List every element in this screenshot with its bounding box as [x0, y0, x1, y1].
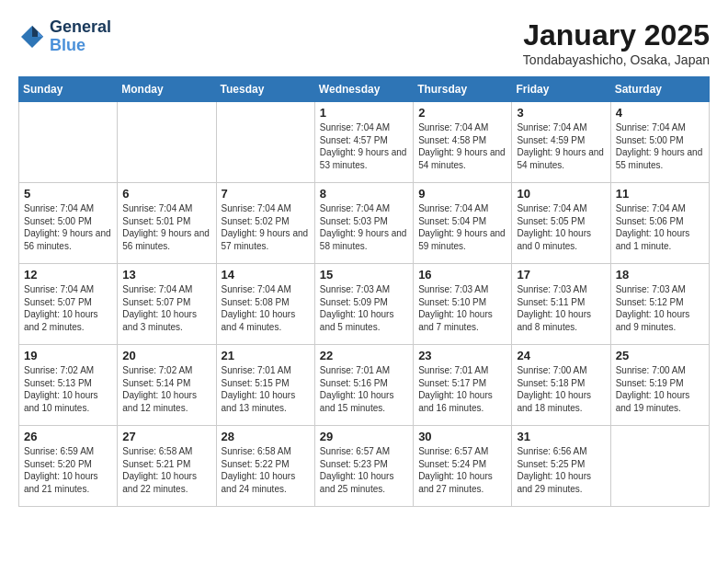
- day-number: 8: [320, 187, 408, 201]
- day-info: Sunrise: 7:04 AM Sunset: 5:04 PM Dayligh…: [418, 202, 506, 252]
- day-info: Sunrise: 7:04 AM Sunset: 5:08 PM Dayligh…: [222, 283, 310, 333]
- day-info: Sunrise: 6:58 AM Sunset: 5:22 PM Dayligh…: [222, 445, 310, 495]
- day-info: Sunrise: 7:04 AM Sunset: 4:58 PM Dayligh…: [418, 121, 506, 171]
- calendar-cell: 29Sunrise: 6:57 AM Sunset: 5:23 PM Dayli…: [314, 426, 413, 507]
- calendar-cell: 12Sunrise: 7:04 AM Sunset: 5:07 PM Dayli…: [19, 264, 118, 345]
- day-info: Sunrise: 7:02 AM Sunset: 5:13 PM Dayligh…: [24, 364, 112, 414]
- day-number: 31: [517, 430, 605, 443]
- day-info: Sunrise: 7:03 AM Sunset: 5:09 PM Dayligh…: [320, 283, 408, 333]
- calendar-cell: [19, 102, 118, 183]
- calendar-cell: 10Sunrise: 7:04 AM Sunset: 5:05 PM Dayli…: [512, 183, 610, 264]
- day-info: Sunrise: 7:03 AM Sunset: 5:10 PM Dayligh…: [418, 283, 506, 333]
- day-info: Sunrise: 7:02 AM Sunset: 5:14 PM Dayligh…: [122, 364, 210, 414]
- calendar-cell: 25Sunrise: 7:00 AM Sunset: 5:19 PM Dayli…: [610, 345, 709, 426]
- day-info: Sunrise: 7:00 AM Sunset: 5:19 PM Dayligh…: [616, 364, 704, 414]
- calendar-cell: 17Sunrise: 7:03 AM Sunset: 5:11 PM Dayli…: [512, 264, 610, 345]
- day-info: Sunrise: 7:01 AM Sunset: 5:16 PM Dayligh…: [320, 364, 408, 414]
- day-number: 9: [418, 187, 506, 201]
- calendar-cell: 5Sunrise: 7:04 AM Sunset: 5:00 PM Daylig…: [19, 183, 118, 264]
- weekday-header-monday: Monday: [118, 77, 216, 102]
- calendar-cell: 8Sunrise: 7:04 AM Sunset: 5:03 PM Daylig…: [314, 183, 413, 264]
- weekday-header-wednesday: Wednesday: [314, 77, 413, 102]
- calendar-table: SundayMondayTuesdayWednesdayThursdayFrid…: [18, 76, 710, 507]
- weekday-header-saturday: Saturday: [610, 77, 709, 102]
- calendar-cell: 28Sunrise: 6:58 AM Sunset: 5:22 PM Dayli…: [216, 426, 314, 507]
- day-number: 17: [517, 268, 605, 282]
- day-number: 5: [24, 187, 112, 201]
- calendar-cell: 11Sunrise: 7:04 AM Sunset: 5:06 PM Dayli…: [610, 183, 709, 264]
- calendar-cell: 16Sunrise: 7:03 AM Sunset: 5:10 PM Dayli…: [414, 264, 512, 345]
- day-number: 11: [616, 187, 704, 201]
- calendar-cell: 14Sunrise: 7:04 AM Sunset: 5:08 PM Dayli…: [216, 264, 314, 345]
- day-info: Sunrise: 7:04 AM Sunset: 5:01 PM Dayligh…: [122, 202, 210, 252]
- weekday-header-row: SundayMondayTuesdayWednesdayThursdayFrid…: [19, 77, 710, 102]
- day-number: 24: [517, 349, 605, 362]
- day-info: Sunrise: 7:04 AM Sunset: 5:07 PM Dayligh…: [24, 283, 112, 333]
- calendar-cell: 27Sunrise: 6:58 AM Sunset: 5:21 PM Dayli…: [118, 426, 216, 507]
- day-number: 16: [418, 268, 506, 282]
- day-number: 14: [222, 268, 310, 282]
- logo: General Blue: [18, 18, 111, 55]
- day-number: 7: [222, 187, 310, 201]
- logo-blue: Blue: [50, 37, 111, 55]
- day-info: Sunrise: 7:04 AM Sunset: 5:06 PM Dayligh…: [616, 202, 704, 252]
- calendar-cell: 24Sunrise: 7:00 AM Sunset: 5:18 PM Dayli…: [512, 345, 610, 426]
- day-info: Sunrise: 7:04 AM Sunset: 4:57 PM Dayligh…: [320, 121, 408, 171]
- day-number: 4: [616, 106, 704, 120]
- day-number: 19: [24, 349, 112, 362]
- calendar-cell: 26Sunrise: 6:59 AM Sunset: 5:20 PM Dayli…: [19, 426, 118, 507]
- day-number: 1: [320, 106, 408, 120]
- day-info: Sunrise: 7:04 AM Sunset: 5:00 PM Dayligh…: [616, 121, 704, 171]
- weekday-header-thursday: Thursday: [414, 77, 512, 102]
- day-number: 27: [122, 430, 210, 443]
- day-info: Sunrise: 6:56 AM Sunset: 5:25 PM Dayligh…: [517, 445, 605, 495]
- day-number: 15: [320, 268, 408, 282]
- day-number: 2: [418, 106, 506, 120]
- calendar-cell: 2Sunrise: 7:04 AM Sunset: 4:58 PM Daylig…: [414, 102, 512, 183]
- logo-icon: [18, 23, 46, 51]
- day-info: Sunrise: 6:59 AM Sunset: 5:20 PM Dayligh…: [24, 445, 112, 495]
- calendar-cell: 9Sunrise: 7:04 AM Sunset: 5:04 PM Daylig…: [414, 183, 512, 264]
- day-info: Sunrise: 7:03 AM Sunset: 5:12 PM Dayligh…: [616, 283, 704, 333]
- location: Tondabayashicho, Osaka, Japan: [523, 52, 710, 67]
- day-number: 20: [122, 349, 210, 362]
- page-header: General Blue January 2025 Tondabayashich…: [18, 18, 710, 67]
- calendar-cell: 31Sunrise: 6:56 AM Sunset: 5:25 PM Dayli…: [512, 426, 610, 507]
- calendar-cell: 18Sunrise: 7:03 AM Sunset: 5:12 PM Dayli…: [610, 264, 709, 345]
- week-row-3: 12Sunrise: 7:04 AM Sunset: 5:07 PM Dayli…: [19, 264, 710, 345]
- week-row-2: 5Sunrise: 7:04 AM Sunset: 5:00 PM Daylig…: [19, 183, 710, 264]
- day-info: Sunrise: 7:04 AM Sunset: 4:59 PM Dayligh…: [517, 121, 605, 171]
- day-info: Sunrise: 7:04 AM Sunset: 5:00 PM Dayligh…: [24, 202, 112, 252]
- day-number: 23: [418, 349, 506, 362]
- weekday-header-sunday: Sunday: [19, 77, 118, 102]
- calendar-cell: 20Sunrise: 7:02 AM Sunset: 5:14 PM Dayli…: [118, 345, 216, 426]
- calendar-cell: 19Sunrise: 7:02 AM Sunset: 5:13 PM Dayli…: [19, 345, 118, 426]
- day-number: 10: [517, 187, 605, 201]
- day-number: 22: [320, 349, 408, 362]
- day-info: Sunrise: 7:01 AM Sunset: 5:15 PM Dayligh…: [222, 364, 310, 414]
- day-number: 6: [122, 187, 210, 201]
- calendar-cell: 1Sunrise: 7:04 AM Sunset: 4:57 PM Daylig…: [314, 102, 413, 183]
- day-info: Sunrise: 7:04 AM Sunset: 5:03 PM Dayligh…: [320, 202, 408, 252]
- day-info: Sunrise: 7:04 AM Sunset: 5:02 PM Dayligh…: [222, 202, 310, 252]
- day-number: 18: [616, 268, 704, 282]
- month-title: January 2025: [523, 18, 710, 52]
- calendar-cell: 13Sunrise: 7:04 AM Sunset: 5:07 PM Dayli…: [118, 264, 216, 345]
- calendar-cell: 6Sunrise: 7:04 AM Sunset: 5:01 PM Daylig…: [118, 183, 216, 264]
- day-number: 25: [616, 349, 704, 362]
- calendar-cell: 3Sunrise: 7:04 AM Sunset: 4:59 PM Daylig…: [512, 102, 610, 183]
- day-info: Sunrise: 7:04 AM Sunset: 5:05 PM Dayligh…: [517, 202, 605, 252]
- calendar-cell: [610, 426, 709, 507]
- calendar-cell: 22Sunrise: 7:01 AM Sunset: 5:16 PM Dayli…: [314, 345, 413, 426]
- day-number: 26: [24, 430, 112, 443]
- day-number: 12: [24, 268, 112, 282]
- week-row-4: 19Sunrise: 7:02 AM Sunset: 5:13 PM Dayli…: [19, 345, 710, 426]
- calendar-cell: 21Sunrise: 7:01 AM Sunset: 5:15 PM Dayli…: [216, 345, 314, 426]
- day-info: Sunrise: 6:58 AM Sunset: 5:21 PM Dayligh…: [122, 445, 210, 495]
- day-number: 29: [320, 430, 408, 443]
- day-number: 3: [517, 106, 605, 120]
- day-info: Sunrise: 6:57 AM Sunset: 5:24 PM Dayligh…: [418, 445, 506, 495]
- day-number: 21: [222, 349, 310, 362]
- day-info: Sunrise: 7:00 AM Sunset: 5:18 PM Dayligh…: [517, 364, 605, 414]
- day-number: 30: [418, 430, 506, 443]
